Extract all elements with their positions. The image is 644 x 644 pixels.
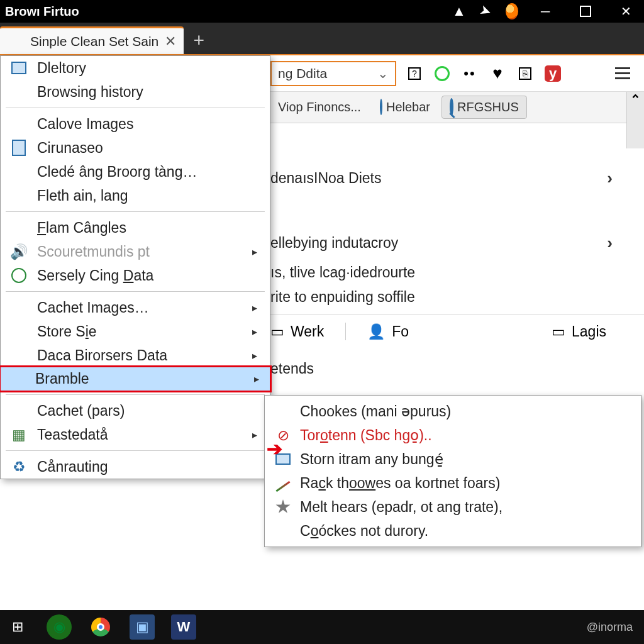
menu-item-fleth[interactable]: Fleth ain, lang xyxy=(1,184,270,208)
taskbar-app[interactable]: ◉ xyxy=(47,614,72,640)
submenu-item-chookes[interactable]: Chookes (mani əpurus) xyxy=(265,399,641,423)
panel-icon: ▭ xyxy=(552,323,565,340)
annotation-arrow-icon: ➔ xyxy=(267,438,282,460)
taskbar-app[interactable]: ▣ xyxy=(130,614,155,640)
firefox-icon[interactable] xyxy=(506,5,518,18)
menu-separator xyxy=(6,450,265,451)
menu-item-clede[interactable]: Cledé âng Broorg tàng… xyxy=(1,160,270,184)
menu-item-flam-cangles[interactable]: Flam Cângles xyxy=(1,216,270,240)
start-button[interactable]: ⊞ xyxy=(5,614,30,640)
submenu-arrow-icon: ▸ xyxy=(252,429,257,441)
heart-icon[interactable]: ♥ xyxy=(488,64,507,83)
tab-bar: Sinple Clean Set Sain ✕ + xyxy=(0,23,644,55)
star-grey-icon xyxy=(274,497,292,516)
content-toolbar: ▭Werk 👤Fo ▭Lagis xyxy=(270,314,644,348)
browser-tab[interactable]: Sinple Clean Set Sain ✕ xyxy=(0,26,184,54)
panel-icon: ▭ xyxy=(270,323,284,340)
hamburger-menu-button[interactable] xyxy=(613,64,633,84)
taskbar-chrome[interactable] xyxy=(88,614,113,640)
display-icon xyxy=(9,58,28,77)
content-label: denaısINoa Diets xyxy=(270,170,381,187)
menu-item-sersely[interactable]: Sersely Cing Data xyxy=(1,264,270,287)
document-icon xyxy=(9,138,28,157)
close-button[interactable]: ✕ xyxy=(613,1,639,21)
menu-item-daca[interactable]: Daca Birorsers Data▸ xyxy=(1,343,270,367)
menu-item-scouretmundis: 🔊 Scouretmundis pt ▸ xyxy=(1,240,270,264)
menu-item-calove-images[interactable]: Calove Images xyxy=(1,112,270,136)
submenu-arrow-icon: ▸ xyxy=(254,373,259,385)
bookmark-item[interactable]: Helebar xyxy=(372,96,438,118)
window-title: Browı Firtuo xyxy=(5,4,79,19)
send-icon[interactable]: ➤ xyxy=(477,3,494,19)
globe-icon xyxy=(380,100,382,114)
context-menu: Dleltory Browsing history Calove Images … xyxy=(0,55,270,479)
bookmark-item[interactable]: RFGSHUS xyxy=(441,96,527,119)
new-tab-button[interactable]: + xyxy=(184,26,214,54)
submenu-arrow-icon: ▸ xyxy=(252,350,257,362)
tab-label: Sinple Clean Set Sain xyxy=(30,34,158,49)
windows-taskbar: ⊞ ◉ ▣ W @inorma xyxy=(0,610,644,644)
tool-item[interactable]: 👤Fo xyxy=(367,323,409,340)
submenu-item-melt[interactable]: Melt hears (epadr, ot ang trate), xyxy=(265,495,641,519)
bookmark-label: RFGSHUS xyxy=(457,100,519,114)
menu-item-dleltory[interactable]: Dleltory xyxy=(1,56,270,80)
menu-separator xyxy=(6,211,265,212)
window-titlebar: Browı Firtuo ▲ ➤ ─ ✕ xyxy=(0,0,644,23)
tool-item[interactable]: ▭Werk xyxy=(270,323,324,340)
menu-item-store-sie[interactable]: Store Sie▸ xyxy=(1,319,270,343)
y-box-icon[interactable]: y xyxy=(543,64,562,83)
search-icon xyxy=(450,100,453,114)
chevron-right-icon: › xyxy=(607,233,613,253)
minimize-button[interactable]: ─ xyxy=(532,1,558,21)
content-row[interactable]: denaısINoa Diets › xyxy=(270,161,644,196)
help-icon[interactable]: ? xyxy=(405,64,424,83)
content-text: ıs, tlive lcag·idedrourte xyxy=(270,260,644,285)
submenu-arrow-icon: ▸ xyxy=(252,246,257,258)
bookmark-item[interactable]: Viop Finoncs... xyxy=(270,96,369,118)
chevron-right-icon: › xyxy=(607,169,613,188)
clipboard-icon[interactable]: ⎘ xyxy=(516,64,535,83)
speaker-icon: 🔊 xyxy=(9,242,28,261)
submenu-arrow-icon: ▸ xyxy=(252,302,257,314)
menu-item-canrauting[interactable]: ♻ Cånrauting xyxy=(1,455,270,479)
submenu-arrow-icon: ▸ xyxy=(252,326,257,338)
person-icon: 👤 xyxy=(367,323,386,340)
submenu-item-rack[interactable]: Rack thoowes oa kortnet foars) xyxy=(265,471,641,495)
recycle-icon: ♻ xyxy=(9,457,28,476)
tool-item[interactable]: ▭Lagis xyxy=(552,323,606,340)
menu-separator xyxy=(6,291,265,292)
submenu: Chookes (mani əpurus) ⊘ Torotenn (Sbc hg… xyxy=(264,395,641,547)
page-content: denaısINoa Diets › ellebying indutacroy … xyxy=(270,123,644,381)
menu-separator xyxy=(6,108,265,108)
menu-item-teastedata[interactable]: ▦ Teastedatå ▸ xyxy=(1,423,270,447)
tab-close-button[interactable]: ✕ xyxy=(165,33,176,50)
submenu-item-torotenn[interactable]: ⊘ Torotenn (Sbc hgo̱).. xyxy=(265,423,641,447)
grid-icon: ▦ xyxy=(9,425,28,444)
menu-item-bramble[interactable]: Bramble ▸ xyxy=(0,365,272,392)
firefox-logo-icon xyxy=(8,33,24,50)
bookmark-label: Viop Finoncs... xyxy=(278,100,361,114)
up-arrow-icon[interactable]: ▲ xyxy=(453,5,465,18)
refresh-ring-icon[interactable] xyxy=(433,64,452,83)
menu-item-cachet-pars[interactable]: Cachet (pars) xyxy=(1,399,270,423)
menu-item-cirunaseo[interactable]: Cirunaseo xyxy=(1,136,270,160)
menu-item-browsing-history[interactable]: Browsing history xyxy=(1,80,270,104)
submenu-item-storn[interactable]: Storn itram any bungé̱ xyxy=(265,447,641,471)
content-row[interactable]: ellebying indutacroy › xyxy=(270,226,644,260)
address-dropdown[interactable]: ng Ddita ⌄ xyxy=(270,61,396,86)
bookmark-label: Helebar xyxy=(386,100,430,114)
address-text: ng Ddita xyxy=(278,66,327,81)
content-label: ellebying indutacroy xyxy=(270,235,398,252)
dots-icon[interactable]: •• xyxy=(460,64,479,83)
menu-item-cachet-images[interactable]: Cachet Images…▸ xyxy=(1,296,270,319)
taskbar-app[interactable]: W xyxy=(171,614,196,640)
content-text: rite to enpuiding soffile xyxy=(270,285,644,309)
chevron-down-icon: ⌄ xyxy=(377,66,389,81)
globe-sync-icon xyxy=(9,266,28,285)
taskbar-tray-text: @inorma xyxy=(587,621,639,634)
menu-separator xyxy=(6,394,265,395)
pencil-icon xyxy=(274,474,292,492)
maximize-button[interactable] xyxy=(572,1,599,21)
submenu-item-cookies[interactable]: Coóckes not durory. xyxy=(265,519,641,543)
content-text: etends xyxy=(270,357,644,381)
